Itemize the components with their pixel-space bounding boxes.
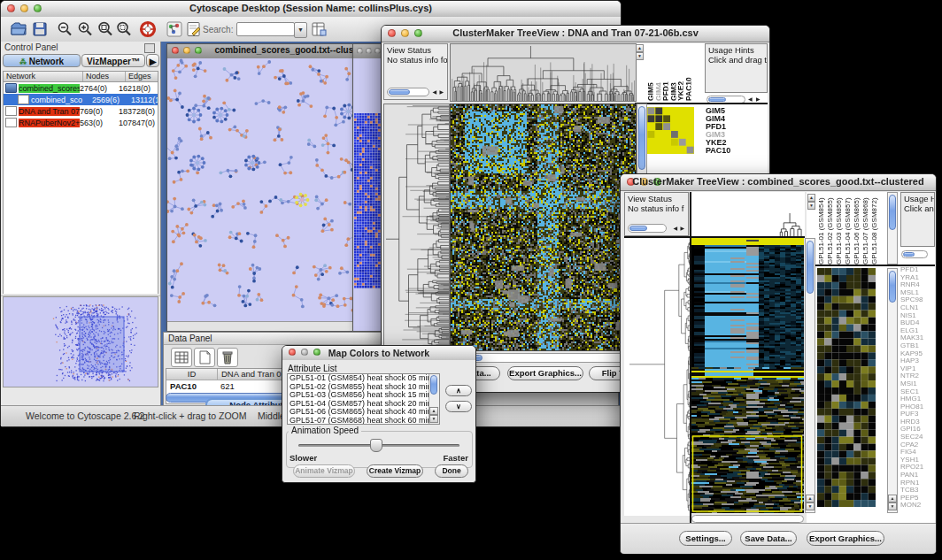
- tv1-status-hscrollbar[interactable]: [387, 88, 429, 96]
- tv1-row-dendrogram[interactable]: [383, 104, 450, 351]
- scroll-up-arrow-icon[interactable]: ▲: [636, 44, 644, 52]
- network-graph-canvas[interactable]: [167, 58, 372, 320]
- column-label[interactable]: GIM5: [645, 48, 653, 101]
- treeview2-titlebar[interactable]: ClusterMaker TreeView : combined_scores_…: [621, 174, 936, 191]
- network-table-row[interactable]: RNAPuberNov2+I 563(0) 107847(0): [4, 117, 158, 128]
- dense-network-canvas[interactable]: [353, 58, 383, 331]
- tv2-zoom-submatrix[interactable]: [817, 268, 876, 507]
- column-label[interactable]: GIM4: [653, 48, 661, 101]
- close-button[interactable]: [357, 48, 363, 54]
- scroll-down-arrow-icon[interactable]: ▼: [806, 502, 815, 510]
- network-overview-panel[interactable]: [3, 296, 158, 387]
- tv2-save-data-button[interactable]: Save Data...: [740, 531, 797, 546]
- treeview1-titlebar[interactable]: ClusterMaker TreeView : DNA and Tran 07-…: [382, 26, 769, 42]
- tab-vizmapper[interactable]: VizMapper™: [81, 54, 145, 67]
- column-label[interactable]: GIM3: [668, 48, 676, 101]
- help-lifesaver-icon[interactable]: [139, 20, 157, 38]
- tv1-column-dendrogram[interactable]: [450, 43, 637, 102]
- attribute-list-item[interactable]: GPL51-03 (GSM856) heat shock 15 min: [288, 391, 439, 400]
- scroll-down-arrow-icon[interactable]: ▼: [429, 415, 438, 423]
- scroll-down-arrow-icon[interactable]: ▼: [888, 502, 897, 510]
- row-label[interactable]: PAC10: [706, 147, 730, 155]
- annotation-icon[interactable]: [185, 20, 203, 38]
- scroll-down-arrow-icon[interactable]: ▼: [636, 52, 644, 60]
- tv2-status-hscrollbar[interactable]: [628, 224, 667, 233]
- network-table-row[interactable]: combined_scores 2764(0) 16218(0): [4, 82, 158, 94]
- scroll-thumb[interactable]: [807, 241, 814, 294]
- tv2-heatmap-hscrollbar[interactable]: [691, 515, 804, 523]
- attribute-list-vscrollbar[interactable]: ▲ ▼: [429, 374, 439, 424]
- tv1-export-graphics-button[interactable]: Export Graphics...: [507, 366, 583, 380]
- column-label[interactable]: GPL51-08 (GSM872): [870, 194, 879, 265]
- minimize-button[interactable]: [366, 48, 372, 54]
- attribute-table-icon[interactable]: [310, 20, 328, 38]
- tv1-heatmap-hscrollbar[interactable]: [450, 353, 635, 363]
- open-folder-icon[interactable]: [10, 20, 27, 38]
- network-table-row[interactable]: combined_sco 2569(6) 13112(15): [4, 94, 158, 105]
- zoom-button[interactable]: [374, 48, 381, 54]
- scroll-up-arrow-icon[interactable]: ▲: [806, 495, 815, 502]
- scroll-left-arrow-icon[interactable]: ◀: [432, 88, 436, 96]
- scroll-thumb[interactable]: [889, 195, 896, 230]
- tv2-column-tree[interactable]: [691, 192, 805, 238]
- scroll-up-arrow-icon[interactable]: ▲: [888, 495, 897, 502]
- zoom-in-icon[interactable]: [76, 20, 94, 38]
- scroll-thumb[interactable]: [903, 252, 915, 257]
- delete-attribute-trash-icon[interactable]: [217, 348, 238, 367]
- main-titlebar[interactable]: Cytoscape Desktop (Session Name: collins…: [1, 1, 621, 18]
- scroll-down-arrow-icon[interactable]: ▼: [807, 202, 815, 210]
- scroll-thumb[interactable]: [638, 106, 645, 170]
- tv2-row-dendrogram[interactable]: [624, 238, 690, 516]
- gene-label[interactable]: MON2: [900, 502, 935, 510]
- network-view-titlebar[interactable]: combined_scores_good.txt--cluste...: [167, 44, 374, 59]
- slider-thumb[interactable]: [370, 439, 382, 452]
- attribute-list-item[interactable]: GPL51-04 (GSM857) heat shock 20 min: [288, 400, 439, 409]
- tv2-submatrix-vscrollbar[interactable]: ▲ ▼: [887, 268, 898, 513]
- scroll-thumb[interactable]: [889, 271, 896, 303]
- tv2-usage-hscrollbar[interactable]: [901, 250, 928, 258]
- attribute-list-item[interactable]: GPL51-06 (GSM865) heat shock 40 min: [288, 408, 439, 417]
- zoom-fit-icon[interactable]: [97, 20, 114, 38]
- tab-network[interactable]: ⁂ Network: [3, 54, 81, 67]
- scroll-up-arrow-icon[interactable]: ▲: [807, 194, 815, 202]
- move-down-button[interactable]: ∨: [445, 401, 472, 412]
- column-label[interactable]: GPL51-04 (GSM857): [844, 194, 853, 265]
- tv2-heatmap-vscrollbar[interactable]: ▲ ▼: [805, 238, 815, 513]
- tv1-heatmap[interactable]: [450, 104, 637, 351]
- save-icon[interactable]: [31, 20, 49, 38]
- column-label[interactable]: GPL51-01 (GSM854): [817, 194, 826, 265]
- scroll-left-arrow-icon[interactable]: ◀: [673, 225, 677, 233]
- column-label[interactable]: GPL51-02 (GSM855): [826, 194, 835, 265]
- tv2-heatmap[interactable]: [691, 238, 804, 513]
- network-nodes-icon[interactable]: [166, 20, 183, 38]
- tv1-zoom-submatrix[interactable]: [647, 107, 694, 154]
- tab-overflow-arrow-icon[interactable]: ▶: [146, 54, 159, 67]
- column-label[interactable]: PAC10: [683, 48, 691, 101]
- tv2-settings-button[interactable]: Settings...: [679, 531, 732, 546]
- search-dropdown-icon[interactable]: ▼: [294, 22, 307, 38]
- scroll-up-arrow-icon[interactable]: ▲: [429, 407, 438, 415]
- float-panel-icon[interactable]: [144, 43, 155, 53]
- create-vizmap-button[interactable]: Create Vizmap: [367, 464, 423, 478]
- attribute-select-icon[interactable]: [171, 348, 192, 367]
- attribute-list-item[interactable]: GPL51-01 (GSM854) heat shock 05 min: [288, 374, 439, 383]
- attribute-list-item[interactable]: GPL51-07 (GSM868) heat shock 60 min: [288, 417, 439, 425]
- animate-vizmap-button[interactable]: Animate Vizmap: [293, 464, 355, 478]
- column-label[interactable]: YKE2: [676, 48, 683, 101]
- tv2-export-graphics-button[interactable]: Export Graphics...: [807, 531, 884, 546]
- scroll-thumb[interactable]: [629, 226, 647, 231]
- scroll-thumb[interactable]: [430, 375, 437, 395]
- zoom-out-icon[interactable]: [56, 20, 73, 38]
- network-hscrollbar[interactable]: [167, 321, 374, 331]
- zoom-selected-icon[interactable]: [115, 20, 133, 38]
- attribute-list-item[interactable]: GPL51-02 (GSM855) heat shock 10 min: [288, 383, 439, 392]
- tv2-labels-vscrollbar[interactable]: [887, 192, 898, 265]
- network-overview-thumbnail[interactable]: [4, 297, 158, 385]
- network-table-row[interactable]: DNA and Tran 07 769(0) 183728(0): [4, 105, 158, 117]
- dialog-titlebar[interactable]: Map Colors to Network: [282, 346, 475, 361]
- scroll-thumb[interactable]: [389, 89, 410, 95]
- new-attribute-icon[interactable]: [194, 348, 215, 367]
- search-input[interactable]: [236, 22, 295, 36]
- move-up-button[interactable]: ∧: [445, 385, 472, 396]
- scroll-right-arrow-icon[interactable]: ▶: [680, 225, 684, 233]
